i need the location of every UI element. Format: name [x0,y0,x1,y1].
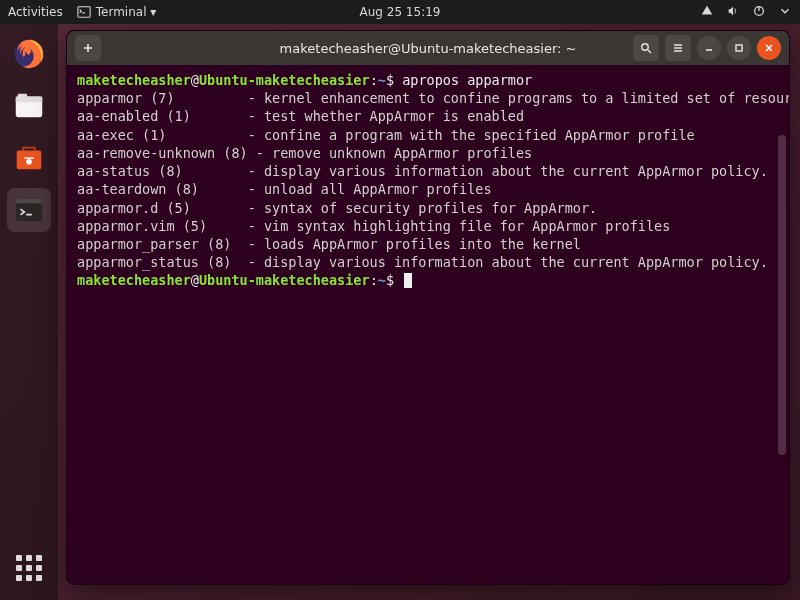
output-line: apparmor_status (8) - display various in… [77,254,768,270]
svg-point-8 [26,159,32,165]
close-icon [763,42,775,54]
activities-button[interactable]: Activities [8,5,63,19]
output-line: apparmor.d (5) - syntax of security prof… [77,200,597,216]
output-line: aa-status (8) - display various informat… [77,163,768,179]
maximize-icon [733,42,745,54]
app-menu[interactable]: Terminal ▾ [77,5,157,19]
terminal-small-icon [77,5,91,19]
dock-software[interactable] [7,136,51,180]
terminal-body[interactable]: maketecheasher@Ubuntu-maketecheasier:~$ … [67,65,789,584]
prompt-host: Ubuntu-maketecheasier [199,272,370,288]
system-tray[interactable] [700,4,792,21]
dock-terminal[interactable] [7,188,51,232]
prompt-path: ~ [378,72,386,88]
prompt-sigil: $ [386,72,394,88]
maximize-button[interactable] [727,36,751,60]
svg-point-11 [642,44,648,50]
window-titlebar[interactable]: maketecheasher@Ubuntu-maketecheasier: ~ [67,31,789,65]
output-line: apparmor.vim (5) - vim syntax highlighti… [77,218,670,234]
prompt-user: maketecheasher [77,72,191,88]
svg-rect-6 [18,94,27,99]
software-icon [12,141,46,175]
apps-grid-icon [16,555,42,581]
prompt-sigil: $ [386,272,394,288]
app-menu-label: Terminal ▾ [96,5,157,19]
network-icon [700,4,714,21]
close-button[interactable] [757,36,781,60]
files-icon [12,89,46,123]
new-tab-button[interactable] [75,35,101,61]
hamburger-menu-button[interactable] [665,35,691,61]
output-line: aa-teardown (8) - unload all AppArmor pr… [77,181,492,197]
svg-line-12 [648,50,651,53]
svg-rect-14 [736,45,742,51]
command-text: apropos apparmor [402,72,532,88]
svg-rect-0 [78,7,90,18]
firefox-icon [12,37,46,71]
gnome-top-panel: Activities Terminal ▾ Aug 25 15:19 [0,0,800,24]
volume-icon [726,4,740,21]
prompt-user: maketecheasher [77,272,191,288]
search-icon [640,42,652,54]
window-title: maketecheasher@Ubuntu-maketecheasier: ~ [280,41,577,56]
minimize-button[interactable] [697,36,721,60]
output-line: aa-remove-unknown (8) - remove unknown A… [77,145,532,161]
output-line: aa-enabled (1) - test whether AppArmor i… [77,108,524,124]
output-line: apparmor (7) - kernel enhancement to con… [77,90,789,106]
chevron-down-icon [778,4,792,21]
plus-icon [82,42,94,54]
dock-show-apps[interactable] [7,546,51,590]
prompt-host: Ubuntu-maketecheasier [199,72,370,88]
terminal-window: maketecheasher@Ubuntu-maketecheasier: ~ … [66,30,790,585]
cursor [404,273,412,288]
search-button[interactable] [633,35,659,61]
minimize-icon [703,42,715,54]
output-line: apparmor_parser (8) - loads AppArmor pro… [77,236,581,252]
svg-rect-10 [16,199,42,204]
dock [0,24,58,600]
hamburger-icon [672,42,684,54]
dock-files[interactable] [7,84,51,128]
terminal-icon [12,193,46,227]
prompt-path: ~ [378,272,386,288]
scrollbar[interactable] [778,135,786,455]
clock[interactable]: Aug 25 15:19 [360,5,441,19]
power-icon [752,4,766,21]
dock-firefox[interactable] [7,32,51,76]
output-line: aa-exec (1) - confine a program with the… [77,127,695,143]
